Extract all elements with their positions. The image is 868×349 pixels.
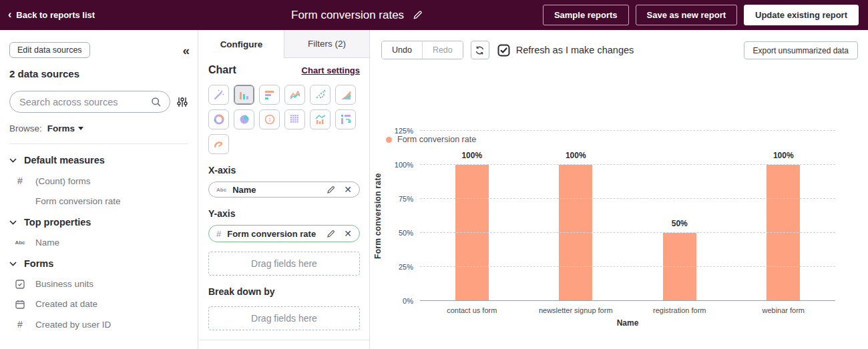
bar-slot: 100%: [524, 131, 628, 301]
field-item-name[interactable]: Abc Name: [9, 238, 188, 248]
checkbox-icon: [14, 280, 26, 289]
refresh-checkbox-label[interactable]: Refresh as I make changes: [516, 45, 634, 55]
hash-icon: #: [14, 319, 26, 330]
chart-type-pivot-icon[interactable]: [335, 109, 356, 129]
chart-type-pie-icon[interactable]: [234, 109, 254, 129]
data-sources-count: 2 data sources: [9, 68, 188, 79]
tab-filters[interactable]: Filters (2): [284, 30, 369, 58]
section-top-properties[interactable]: Top properties: [9, 217, 188, 228]
bar[interactable]: [663, 233, 696, 301]
gridline: [420, 130, 835, 131]
chart-heading: Chart: [208, 64, 236, 76]
chart-type-combo-icon[interactable]: [310, 109, 331, 129]
tab-configure[interactable]: Configure: [199, 30, 284, 58]
field-item-count-forms[interactable]: # (Count) forms: [9, 176, 188, 186]
export-unsummarized-data-button[interactable]: Export unsummarized data: [744, 41, 858, 59]
edit-field-pencil-icon[interactable]: [327, 230, 335, 238]
bar-value-label: 50%: [672, 219, 688, 228]
gridline: [420, 232, 835, 233]
chart-type-scatter-icon[interactable]: [310, 85, 331, 105]
chart-type-table-icon[interactable]: [284, 109, 305, 129]
chevron-left-icon: ‹: [8, 9, 11, 20]
chevron-down-icon: [78, 127, 83, 130]
chart-type-line-icon[interactable]: [284, 85, 305, 105]
field-item-created-at-date[interactable]: Created at date: [9, 299, 188, 309]
config-divider: [199, 340, 369, 340]
chart-preview-region: Undo Redo Refresh as I make changes Expo…: [370, 30, 868, 349]
chevron-down-icon: [9, 262, 17, 266]
x-axis-field-pill[interactable]: Abc Name ✕: [208, 182, 360, 198]
chevron-down-icon: [9, 158, 17, 163]
abc-icon: Abc: [14, 240, 26, 246]
y-axis-field-pill[interactable]: # Form conversion rate ✕: [208, 225, 360, 242]
filter-sliders-icon[interactable]: [176, 96, 188, 108]
edit-field-pencil-icon[interactable]: [327, 186, 335, 194]
header-buttons: Sample reports Save as new report Update…: [543, 0, 859, 30]
y-tick-label: 125%: [375, 127, 413, 135]
bars-container: 100%100%50%100%: [420, 131, 835, 301]
break-down-drop-zone[interactable]: Drag fields here: [208, 306, 360, 330]
back-to-reports-link[interactable]: ‹ Back to reports list: [8, 10, 95, 21]
bar[interactable]: [767, 165, 800, 301]
undo-button[interactable]: Undo: [382, 41, 422, 59]
break-down-by-heading: Break down by: [208, 286, 360, 297]
y-axis-heading: Y-axis: [208, 208, 360, 219]
y-tick-label: 100%: [375, 161, 413, 169]
bar-value-label: 100%: [566, 151, 586, 160]
edit-title-pencil-icon[interactable]: [413, 10, 423, 20]
bar-slot: 100%: [420, 131, 524, 301]
y-tick-label: 0%: [375, 297, 413, 305]
bar-value-label: 100%: [461, 151, 482, 160]
remove-field-icon[interactable]: ✕: [344, 185, 352, 194]
gridline: [420, 198, 835, 199]
gridline: [420, 164, 835, 165]
x-axis-category-labels: contact us formnewsletter signup formreg…: [420, 306, 835, 314]
redo-button[interactable]: Redo: [422, 41, 463, 59]
bar-slot: 100%: [732, 131, 836, 301]
x-axis-heading: X-axis: [208, 165, 360, 176]
chart-type-grid: 1: [208, 85, 360, 154]
refresh-icon: [475, 45, 485, 55]
search-input[interactable]: [19, 97, 151, 107]
sidebar-divider: [9, 143, 188, 144]
save-as-new-report-button[interactable]: Save as new report: [636, 5, 738, 25]
bar[interactable]: [559, 165, 592, 301]
chart-type-area-icon[interactable]: [335, 85, 356, 105]
chart-type-gauge-icon[interactable]: [208, 134, 229, 154]
y-axis-drop-zone[interactable]: Drag fields here: [208, 252, 360, 276]
update-existing-report-button[interactable]: Update existing report: [744, 5, 859, 25]
refresh-button[interactable]: [471, 41, 489, 59]
y-tick-label: 50%: [375, 229, 413, 237]
chart-type-auto-icon[interactable]: [208, 85, 229, 105]
sample-reports-button[interactable]: Sample reports: [543, 5, 629, 25]
section-default-measures[interactable]: Default measures: [9, 155, 188, 165]
gridline: [420, 300, 835, 301]
edit-data-sources-button[interactable]: Edit data sources: [9, 42, 90, 58]
x-category-label: newsletter signup form: [524, 306, 628, 314]
chart-settings-link[interactable]: Chart settings: [302, 65, 360, 75]
collapse-sidebar-icon[interactable]: «: [182, 44, 188, 57]
search-sources-field[interactable]: [9, 91, 170, 113]
svg-text:1: 1: [268, 117, 271, 123]
field-item-created-by-user-id[interactable]: # Created by user ID: [9, 319, 188, 330]
refresh-checkbox[interactable]: [497, 44, 510, 57]
remove-field-icon[interactable]: ✕: [344, 229, 352, 238]
y-tick-label: 75%: [375, 195, 413, 203]
field-item-business-units[interactable]: Business units: [9, 279, 188, 289]
configure-panel: Configure Filters (2) Chart Chart settin…: [199, 30, 370, 349]
chart-type-bar-horizontal-icon[interactable]: [259, 85, 280, 105]
browse-label: Browse:: [9, 123, 42, 133]
plot-area: Form conversion rate 100%100%50%100% con…: [420, 131, 835, 301]
chart-type-donut-icon[interactable]: [208, 109, 229, 129]
chart-type-kpi-icon[interactable]: 1: [259, 109, 280, 129]
browse-forms-dropdown[interactable]: Forms: [47, 123, 83, 133]
bar-slot: 50%: [628, 131, 732, 301]
x-category-label: registration form: [628, 306, 732, 314]
field-item-form-conversion-rate[interactable]: Form conversion rate: [9, 196, 188, 206]
bar[interactable]: [455, 165, 489, 301]
x-category-label: webinar form: [732, 306, 836, 314]
x-axis-title: Name: [420, 318, 835, 328]
chart-type-column-icon[interactable]: [234, 85, 254, 105]
section-forms[interactable]: Forms: [9, 258, 188, 269]
hash-icon: #: [14, 176, 26, 186]
